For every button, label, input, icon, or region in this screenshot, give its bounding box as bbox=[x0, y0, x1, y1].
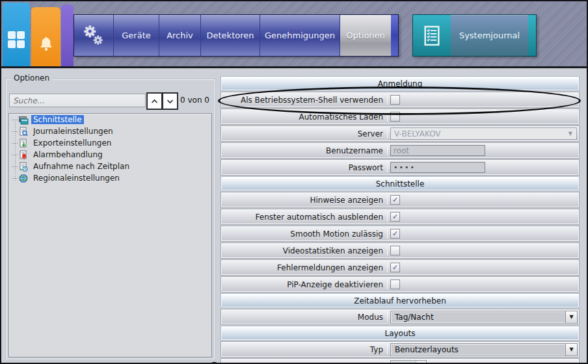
row-modus: Modus Tag/Nacht ▼ bbox=[221, 309, 579, 324]
gears-icon bbox=[80, 21, 107, 50]
search-input[interactable] bbox=[9, 94, 146, 107]
journal-settings-icon bbox=[18, 127, 29, 136]
options-tree: Schnittstelle Journaleinstellungen bbox=[8, 113, 212, 358]
row-typ: Typ Benutzerlayouts ▼ bbox=[221, 342, 579, 357]
schedule-record-icon bbox=[18, 162, 29, 172]
fenster-checkbox[interactable] bbox=[390, 212, 400, 222]
dropdown-arrow-icon[interactable]: ▼ bbox=[565, 344, 577, 356]
options-groupbox-title: Optionen bbox=[11, 73, 52, 83]
alarm-handling-icon bbox=[18, 150, 29, 160]
row-label: Typ bbox=[222, 345, 388, 354]
modus-dropdown[interactable]: Tag/Nacht ▼ bbox=[390, 311, 578, 324]
search-match-count: 0 von 0 bbox=[180, 96, 209, 105]
tab-archiv[interactable]: Archiv bbox=[159, 15, 200, 56]
layouts-tile[interactable] bbox=[61, 5, 74, 66]
tree-connector-line bbox=[15, 122, 16, 181]
row-server: Server V-BELYAKOV ▼ bbox=[221, 126, 579, 141]
settings-panel: Anmeldung Als Betriebssystem-Shell verwe… bbox=[221, 77, 579, 364]
section-header-layouts: Layouts bbox=[221, 326, 579, 340]
row-hinweise: Hinweise anzeigen bbox=[221, 192, 579, 207]
autoload-checkbox[interactable] bbox=[390, 112, 400, 122]
tree-item-aufnahme-nach-zeitplan[interactable]: Aufnahme nach Zeitplan bbox=[12, 161, 211, 172]
main-menu-tile[interactable] bbox=[3, 3, 30, 66]
row-label: Hinweise anzeigen bbox=[222, 196, 388, 205]
tab-genehmigungen[interactable]: Genehmigungen bbox=[260, 15, 340, 56]
section-header-schnittstelle: Schnittstelle bbox=[221, 177, 579, 190]
row-label: Fenster automatisch ausblenden bbox=[222, 213, 388, 222]
regional-settings-icon bbox=[18, 174, 29, 183]
row-fehlermeldungen: Fehlermeldungen anzeigen bbox=[221, 260, 579, 275]
tab-label: Genehmigungen bbox=[265, 31, 335, 40]
listing-time-stepper[interactable]: 3 ▲ ▼ bbox=[390, 360, 427, 364]
row-label: Passwort bbox=[222, 163, 388, 172]
spin-up-icon[interactable]: ▲ bbox=[416, 361, 426, 364]
tabbar-end-strip bbox=[391, 15, 398, 56]
tab-optionen[interactable]: Optionen bbox=[340, 15, 391, 56]
search-next-button[interactable] bbox=[163, 92, 178, 110]
row-label: Videostatistiken anzeigen bbox=[222, 246, 388, 255]
hinweise-checkbox[interactable] bbox=[390, 195, 400, 205]
row-password: Passwort bbox=[221, 160, 579, 175]
chevron-down-icon bbox=[167, 99, 174, 104]
systemjournal-button[interactable]: Systemjournal bbox=[412, 14, 537, 57]
tree-item-schnittstelle[interactable]: Schnittstelle bbox=[12, 114, 211, 125]
windows-grid-icon bbox=[8, 31, 25, 48]
pip-checkbox[interactable] bbox=[390, 280, 400, 289]
errors-checkbox[interactable] bbox=[390, 263, 400, 272]
dropdown-arrow-icon[interactable]: ▼ bbox=[565, 311, 577, 323]
row-auflistungszeit: Auflistungszeit, s 3 ▲ ▼ bbox=[221, 359, 579, 364]
callout-number-annotation: 3 bbox=[211, 360, 219, 364]
row-smooth-motion: Smooth Motion zulässig bbox=[221, 226, 579, 241]
videostats-checkbox[interactable] bbox=[390, 246, 400, 255]
dropdown-arrow-icon: ▼ bbox=[568, 131, 572, 136]
tab-label: Detektoren bbox=[207, 31, 254, 40]
server-dropdown[interactable]: V-BELYAKOV ▼ bbox=[390, 127, 577, 140]
row-label: Smooth Motion zulässig bbox=[222, 229, 388, 239]
settings-tab-bar: Geräte Archiv Detektoren Genehmigungen O… bbox=[74, 14, 399, 57]
options-groupbox: Optionen 0 von 0 bbox=[5, 79, 216, 360]
row-label: Fehlermeldungen anzeigen bbox=[222, 263, 388, 272]
search-prev-button[interactable] bbox=[146, 92, 163, 110]
content-area: Optionen 0 von 0 bbox=[1, 68, 587, 363]
chevron-up-icon bbox=[151, 99, 158, 104]
row-username: Benutzername bbox=[221, 143, 579, 158]
username-field[interactable] bbox=[390, 145, 485, 156]
tree-item-regionaleinstellungen[interactable]: Regionaleinstellungen bbox=[12, 172, 211, 184]
row-label: Benutzername bbox=[222, 146, 388, 155]
top-toolbar: Geräte Archiv Detektoren Genehmigungen O… bbox=[1, 1, 587, 68]
tree-item-exporteinstellungen[interactable]: Exporteinstellungen bbox=[12, 137, 211, 149]
row-pip: PiP-Anzeige deaktivieren bbox=[221, 277, 579, 292]
app-window: Geräte Archiv Detektoren Genehmigungen O… bbox=[0, 0, 588, 364]
settings-gears-button[interactable] bbox=[74, 15, 113, 56]
interface-icon bbox=[18, 115, 29, 125]
tab-geraete[interactable]: Geräte bbox=[113, 15, 159, 56]
tab-detektoren[interactable]: Detektoren bbox=[200, 15, 260, 56]
journal-icon-cell bbox=[413, 15, 451, 56]
tree-item-journaleinstellungen[interactable]: Journaleinstellungen bbox=[12, 125, 211, 137]
row-label: PiP-Anzeige deaktivieren bbox=[222, 280, 388, 289]
shell-checkbox[interactable] bbox=[390, 95, 400, 105]
row-fenster: Fenster automatisch ausblenden bbox=[221, 209, 579, 224]
tree-item-alarmbehandlung[interactable]: Alarmbehandlung bbox=[12, 149, 211, 161]
section-header-anmeldung: Anmeldung bbox=[221, 77, 579, 90]
journal-icon bbox=[422, 25, 442, 47]
section-header-zeitablauf: Zeitablauf hervorheben bbox=[221, 294, 579, 307]
password-field[interactable] bbox=[390, 162, 485, 173]
row-autoload: Automatisches Laden bbox=[221, 109, 579, 124]
row-label: Als Betriebssystem-Shell verwenden bbox=[222, 96, 388, 105]
tab-label: Archiv bbox=[167, 31, 193, 40]
row-videostatistiken: Videostatistiken anzeigen bbox=[221, 243, 579, 258]
bell-icon bbox=[37, 34, 55, 54]
systemjournal-label: Systemjournal bbox=[459, 31, 520, 40]
row-label: Automatisches Laden bbox=[222, 112, 388, 122]
row-label: Modus bbox=[222, 313, 388, 322]
smooth-motion-checkbox[interactable] bbox=[390, 229, 400, 239]
journal-end-strip bbox=[528, 15, 536, 56]
tab-label: Optionen bbox=[346, 31, 385, 40]
export-settings-icon bbox=[18, 138, 29, 148]
row-label: Auflistungszeit, s bbox=[222, 362, 388, 364]
tab-label: Geräte bbox=[122, 31, 150, 40]
layout-typ-dropdown[interactable]: Benutzerlayouts ▼ bbox=[390, 343, 578, 356]
row-shell: Als Betriebssystem-Shell verwenden bbox=[221, 92, 579, 107]
alarm-tile[interactable] bbox=[31, 7, 60, 66]
